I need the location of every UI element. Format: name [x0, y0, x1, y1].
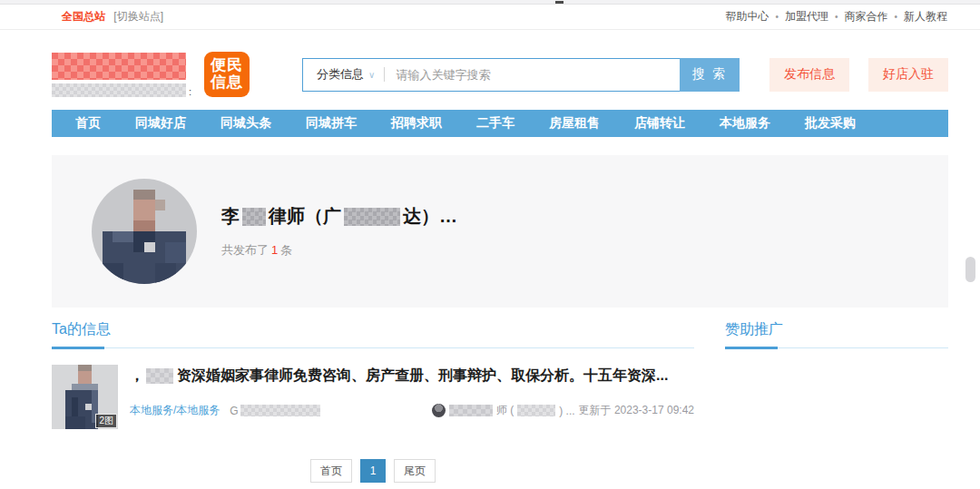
pagination-page-1-button[interactable]: 1	[360, 459, 386, 483]
pagination-last-button[interactable]: 尾页	[394, 459, 436, 483]
listing-poster-meta: 师 ( ) ... 更新于 2023-3-17 09:42	[432, 403, 694, 418]
listing-title-lead: ，	[130, 367, 144, 386]
nav-item-city-shops[interactable]: 同城好店	[118, 115, 203, 132]
nav-item-housing[interactable]: 房屋租售	[532, 115, 617, 132]
nav-item-local-services[interactable]: 本地服务	[702, 115, 788, 132]
topbar-link-newbie-tutorial[interactable]: 新人教程	[904, 9, 947, 24]
nav-item-home[interactable]: 首页	[58, 115, 118, 132]
profile-name-part: 李	[221, 204, 240, 229]
poster-suffix: 师 (	[496, 403, 514, 418]
main-nav-bar: 首页 同城好店 同城头条 同城拼车 招聘求职 二手车 房屋租售 店铺转让 本地服…	[52, 110, 948, 137]
pagination: 首页 1 尾页	[52, 459, 694, 483]
section-title-sponsor: 赞助推广	[725, 320, 948, 348]
section-title-text: 赞助推广	[725, 321, 783, 337]
listing-title-text: 资深婚姻家事律师免费咨询、房产查册、刑事辩护、取保分析。十五年资深...	[177, 367, 668, 386]
redacted-logo-slogan	[52, 83, 186, 97]
badge-line1: 便民	[211, 57, 243, 74]
profile-name-part: 律师（广	[269, 204, 341, 229]
listing-category-link[interactable]: 本地服务/本地服务	[130, 403, 220, 418]
listing-thumbnail[interactable]: 2图	[52, 365, 118, 429]
redacted-poster-org	[517, 405, 555, 416]
topbar-link-cooperation[interactable]: 商家合作	[844, 9, 887, 24]
redacted-code	[240, 405, 320, 416]
search-button[interactable]: 搜 索	[680, 58, 740, 92]
topbar-link-help-center[interactable]: 帮助中心	[725, 9, 769, 24]
profile-title: 李 律师（广 达）…	[221, 204, 457, 229]
badge-line2: 信息	[211, 74, 243, 92]
topbar-links: 帮助中心 • 加盟代理 • 商家合作 • 新人教程	[725, 9, 947, 24]
section-title-ta-info: Ta的信息	[52, 320, 694, 348]
poster-close: ) ...	[559, 405, 574, 417]
nav-item-carpool[interactable]: 同城拼车	[289, 115, 374, 132]
topbar-link-agency[interactable]: 加盟代理	[785, 9, 828, 24]
listing-title[interactable]: ， 资深婚姻家事律师免费咨询、房产查册、刑事辩护、取保分析。十五年资深...	[130, 367, 694, 386]
redacted-logo-text	[52, 53, 186, 80]
stats-count: 1	[271, 243, 278, 257]
search-bar: 分类信息 ∨ 搜 索	[302, 58, 740, 92]
listing-item[interactable]: 2图 ， 资深婚姻家事律师免费咨询、房产查册、刑事辩护、取保分析。十五年资深..…	[52, 365, 694, 429]
listing-updated-time: 更新于 2023-3-17 09:42	[579, 403, 694, 418]
side-scroll-widget[interactable]	[965, 257, 975, 282]
redacted-poster-name	[449, 405, 493, 416]
listing-meta: 本地服务/本地服务 G 师 ( ) ... 更新于 2023-3-17 09:4…	[130, 403, 694, 418]
redacted-name	[344, 208, 400, 226]
browser-edge-mark	[555, 1, 564, 4]
shop-join-button[interactable]: 好店入驻	[868, 58, 948, 92]
search-input[interactable]	[385, 68, 680, 82]
dot-separator: •	[775, 12, 779, 22]
nav-item-jobs[interactable]: 招聘求职	[374, 115, 459, 132]
stats-prefix: 共发布了	[221, 243, 269, 257]
section-title-text: Ta的信息	[52, 321, 111, 337]
site-header: : 便民 信息 分类信息 ∨ 搜 索 发布信息 好店入驻	[52, 30, 948, 110]
switch-site-link[interactable]: [切换站点]	[113, 10, 163, 23]
publish-info-button[interactable]: 发布信息	[769, 58, 849, 92]
browser-edge-strip	[0, 0, 980, 5]
redacted-name	[242, 208, 266, 226]
site-logo[interactable]: :	[52, 53, 191, 97]
image-count-badge: 2图	[95, 414, 117, 428]
nav-item-city-headlines[interactable]: 同城头条	[203, 115, 289, 132]
listing-code-prefix: G	[230, 405, 238, 417]
dot-separator: •	[835, 12, 838, 22]
dot-separator: •	[894, 12, 897, 22]
search-category-label: 分类信息	[317, 66, 364, 83]
listings-column: Ta的信息 2图	[52, 320, 694, 483]
search-category-dropdown[interactable]: 分类信息 ∨	[303, 66, 384, 83]
current-site-link[interactable]: 全国总站	[62, 10, 105, 23]
profile-panel: 李 律师（广 达）… 共发布了1条	[52, 155, 948, 308]
nav-item-shop-transfer[interactable]: 店铺转让	[617, 115, 702, 132]
site-selector: 全国总站 [切换站点]	[62, 9, 163, 24]
pagination-first-button[interactable]: 首页	[310, 459, 352, 483]
poster-avatar	[432, 404, 446, 417]
logo-colon-mark: :	[189, 87, 191, 97]
profile-stats: 共发布了1条	[221, 242, 457, 259]
profile-info: 李 律师（广 达）… 共发布了1条	[221, 204, 457, 259]
nav-item-wholesale[interactable]: 批发采购	[788, 115, 873, 132]
chevron-down-icon: ∨	[368, 70, 375, 80]
listing-code: G	[230, 405, 319, 417]
top-utility-bar: 全国总站 [切换站点] 帮助中心 • 加盟代理 • 商家合作 • 新人教程	[0, 5, 980, 30]
redacted-title-part	[146, 368, 173, 384]
bianmin-xinxi-badge[interactable]: 便民 信息	[204, 52, 250, 97]
profile-avatar	[92, 179, 197, 284]
nav-item-used-cars[interactable]: 二手车	[459, 115, 532, 132]
listing-body: ， 资深婚姻家事律师免费咨询、房产查册、刑事辩护、取保分析。十五年资深... 本…	[130, 365, 694, 429]
sponsor-column: 赞助推广	[725, 320, 948, 483]
stats-suffix: 条	[280, 243, 292, 257]
profile-name-part: 达）…	[403, 204, 457, 229]
